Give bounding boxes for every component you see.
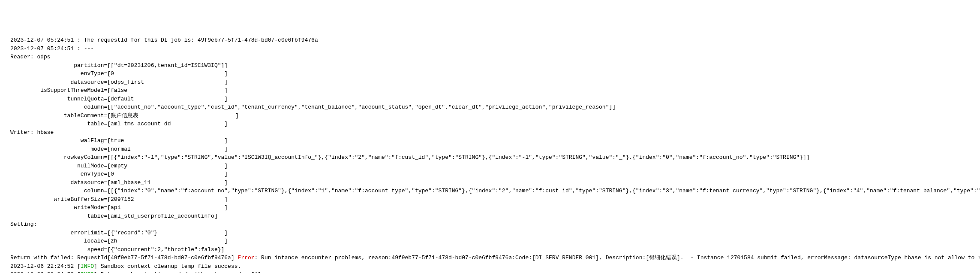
log-text: : Run intance encounter problems, reason… <box>255 255 980 261</box>
log-line: Setting: <box>10 220 980 229</box>
log-line: 2023-12-06 22:24:52 [INFO] Data synchron… <box>10 270 980 273</box>
log-line: partition=[["dt=20231206,tenant_id=ISC1W… <box>10 61 980 70</box>
log-line: column=[["account_no","account_type","cu… <box>10 103 980 112</box>
log-text: ] Data synchronization ended with return… <box>94 271 265 273</box>
log-line: tableComment=[账户信息表 ] <box>10 112 980 120</box>
info-label: INFO <box>81 263 94 270</box>
log-text: Return with failed: RequestId[49f9eb77-5… <box>10 255 238 261</box>
log-line: table=[aml_tms_account_dd ] <box>10 120 980 128</box>
log-line: Writer: hbase <box>10 128 980 137</box>
log-line: isSupportThreeModel=[false ] <box>10 86 980 95</box>
log-line: datasource=[aml_hbase_11 ] <box>10 179 980 187</box>
timestamp: 2023-12-06 22:24:52 [ <box>10 263 81 270</box>
log-line: rowkeyColumn=[[{"index":"-1","type":"STR… <box>10 153 980 162</box>
info-label: INFO <box>81 271 94 273</box>
timestamp: 2023-12-06 22:24:52 [ <box>10 271 81 273</box>
log-line: envType=[0 ] <box>10 170 980 179</box>
log-line: Reader: odps <box>10 53 980 61</box>
log-line: envType=[0 ] <box>10 70 980 78</box>
log-line: nullMode=[empty ] <box>10 162 980 170</box>
log-line: tunnelQuota=[default ] <box>10 95 980 103</box>
log-text: ] Sandbox context cleanup temp file succ… <box>94 263 241 270</box>
log-line: errorLimit=[{"record":"0"} ] <box>10 229 980 237</box>
log-line: locale=[zh ] <box>10 237 980 246</box>
log-line: table=[aml_std_userprofile_accountinfo] <box>10 212 980 221</box>
error-label: Error <box>238 255 255 261</box>
log-output: 2023-12-07 05:24:51 : The requestId for … <box>10 36 980 273</box>
log-line: column=[[{"index":"0","name":"f:account_… <box>10 187 980 195</box>
log-line: speed=[{"concurrent":2,"throttle":false}… <box>10 246 980 254</box>
log-line: datasource=[odps_first ] <box>10 78 980 87</box>
log-line: 2023-12-07 05:24:51 : The requestId for … <box>10 36 980 45</box>
log-line: 2023-12-06 22:24:52 [INFO] Sandbox conte… <box>10 262 980 271</box>
log-line: mode=[normal ] <box>10 145 980 154</box>
log-line: walFlag=[true ] <box>10 136 980 145</box>
log-line: writeMode=[api ] <box>10 203 980 212</box>
log-line: 2023-12-07 05:24:51 : --- <box>10 45 980 53</box>
log-error-line: Return with failed: RequestId[49f9eb77-5… <box>10 254 980 262</box>
log-line: writeBufferSize=[2097152 ] <box>10 195 980 204</box>
